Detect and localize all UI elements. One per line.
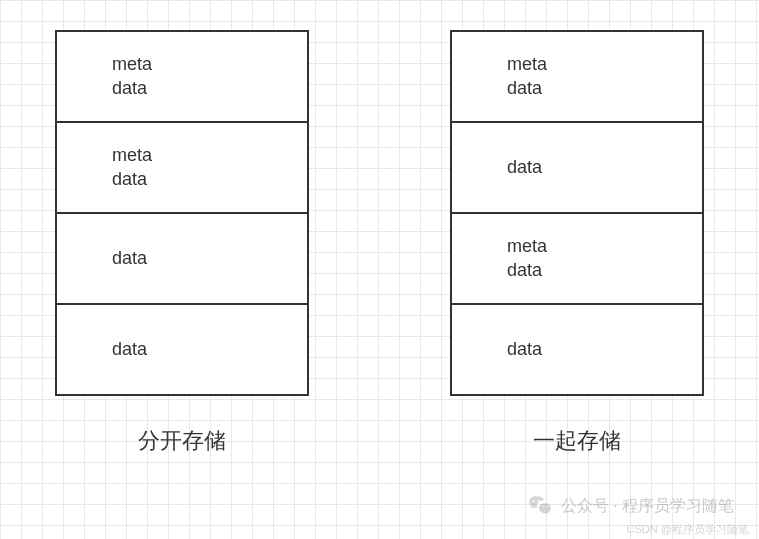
wechat-icon — [527, 493, 553, 519]
box: data — [452, 305, 702, 396]
box: meta data — [57, 123, 307, 214]
csdn-watermark: CSDN @程序员学习随笔 — [627, 522, 749, 537]
box-line: data — [112, 168, 307, 191]
box-line: meta — [507, 53, 702, 76]
box-line: meta — [507, 235, 702, 258]
box-line: meta — [112, 53, 307, 76]
column-together: meta data data meta data data 一起存储 — [450, 30, 704, 456]
box-line: data — [112, 77, 307, 100]
boxes-separated: meta data meta data data data — [55, 30, 309, 396]
box-line: data — [507, 77, 702, 100]
column-separated: meta data meta data data data 分开存储 — [55, 30, 309, 456]
box: data — [452, 123, 702, 214]
box: data — [57, 305, 307, 396]
box-line: meta — [112, 144, 307, 167]
box: meta data — [57, 32, 307, 123]
boxes-together: meta data data meta data data — [450, 30, 704, 396]
box-line: data — [112, 338, 307, 361]
box: meta data — [452, 214, 702, 305]
box-line: data — [507, 338, 702, 361]
box-line: data — [507, 259, 702, 282]
caption-separated: 分开存储 — [138, 426, 226, 456]
caption-together: 一起存储 — [533, 426, 621, 456]
diagram-container: meta data meta data data data 分开存储 meta … — [0, 0, 759, 456]
box: data — [57, 214, 307, 305]
box-line: data — [112, 247, 307, 270]
box-line: data — [507, 156, 702, 179]
watermark-text: 公众号 · 程序员学习随笔 — [561, 496, 734, 517]
box: meta data — [452, 32, 702, 123]
watermark: 公众号 · 程序员学习随笔 — [527, 493, 734, 519]
